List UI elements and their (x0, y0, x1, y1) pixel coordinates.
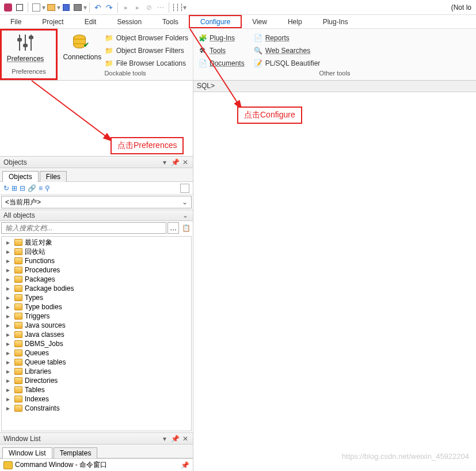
run2-icon[interactable]: ▸ (133, 3, 142, 12)
panel-close-icon[interactable]: ✕ (181, 158, 189, 166)
expand-icon[interactable]: ▸ (6, 257, 12, 265)
tree-node[interactable]: ▸Functions (2, 256, 191, 265)
tree-node[interactable]: ▸Packages (2, 275, 191, 284)
tree-node[interactable]: ▸Type bodies (2, 302, 191, 312)
undo-icon[interactable] (93, 3, 102, 12)
expand-icon[interactable]: ▸ (6, 312, 12, 320)
tools-item[interactable]: 🛠Tools (198, 45, 245, 56)
tab-files[interactable]: Files (40, 171, 67, 182)
redo-icon[interactable] (105, 3, 114, 12)
open-icon[interactable] (47, 3, 56, 12)
object-browser-filters[interactable]: 📁Object Browser Filters (105, 45, 188, 56)
panel-menu-icon[interactable]: ▾ (161, 435, 169, 443)
expand-icon[interactable]: ▸ (6, 331, 12, 339)
expand-icon[interactable]: ▸ (6, 340, 12, 348)
tree-node[interactable]: ▸回收站 (2, 247, 191, 256)
chevron-down-icon[interactable]: ⌄ (181, 211, 189, 219)
run-icon[interactable]: ▸ (121, 3, 131, 12)
expand-icon[interactable]: ⊞ (12, 184, 17, 192)
sort-icon[interactable]: ≡ (39, 184, 43, 192)
plugins-item[interactable]: 🧩Plug-Ins (198, 32, 245, 44)
panel-pin-icon[interactable]: 📌 (171, 158, 179, 166)
menu-edit[interactable]: Edit (74, 15, 107, 28)
tree-node[interactable]: ▸Libraries (2, 367, 191, 376)
window-list-item[interactable]: Command Window - 命令窗口 📌 (0, 458, 193, 471)
expand-icon[interactable]: ▸ (6, 303, 12, 311)
tree-node[interactable]: ▸Procedures (2, 265, 191, 275)
expand-icon[interactable]: ▸ (6, 404, 12, 412)
tree-node[interactable]: ▸Triggers (2, 312, 191, 321)
expand-icon[interactable]: ▸ (6, 395, 12, 403)
object-browser-folders[interactable]: 📁Object Browser Folders (105, 32, 188, 44)
expand-icon[interactable]: ▸ (6, 367, 12, 375)
tab-templates[interactable]: Templates (54, 447, 98, 458)
expand-icon[interactable]: ▸ (6, 266, 12, 274)
refresh-icon[interactable]: ↻ (3, 184, 9, 192)
menu-view[interactable]: View (242, 15, 277, 28)
objects-tabs: Objects Files (0, 168, 193, 182)
tree-node[interactable]: ▸Java sources (2, 321, 191, 330)
link-icon[interactable]: 🔗 (28, 184, 36, 192)
group-other-tools: 🧩Plug-Ins 🛠Tools 📄Documents 📄Reports 🔍We… (193, 29, 476, 80)
expand-icon[interactable]: ▸ (6, 358, 12, 366)
panel-close-icon[interactable]: ✕ (181, 435, 189, 443)
toolbar-square[interactable] (180, 184, 189, 193)
file-browser-locations[interactable]: 📁File Browser Locations (105, 58, 188, 69)
beautifier-item[interactable]: 📝PL/SQL Beautifier (254, 58, 321, 69)
tree-node[interactable]: ▸Queue tables (2, 358, 191, 367)
tree-node[interactable]: ▸Package bodies (2, 284, 191, 293)
tree-node[interactable]: ▸Types (2, 293, 191, 302)
menu-bar: File Project Edit Session Tools Configur… (0, 15, 476, 29)
new-icon[interactable] (32, 3, 41, 12)
expand-icon[interactable]: ▸ (6, 238, 12, 246)
pin-icon[interactable]: 📌 (181, 461, 189, 469)
tree-node[interactable]: ▸Indexes (2, 394, 191, 404)
search-more-button[interactable]: … (167, 222, 179, 234)
tree-node[interactable]: ▸Java classes (2, 330, 191, 339)
conn-status: (Not lo (451, 3, 474, 12)
tab-objects[interactable]: Objects (2, 171, 39, 182)
tab-windowlist[interactable]: Window List (2, 447, 52, 458)
expand-icon[interactable]: ▸ (6, 284, 12, 293)
reports-item[interactable]: 📄Reports (254, 32, 321, 44)
expand-icon[interactable]: ▸ (6, 248, 12, 256)
expand-icon[interactable]: ▸ (6, 377, 12, 385)
tree-node[interactable]: ▸Directories (2, 376, 191, 385)
objects-tree[interactable]: ▸最近对象▸回收站▸Functions▸Procedures▸Packages▸… (1, 236, 192, 431)
menu-file[interactable]: File (0, 15, 32, 28)
panel-pin-icon[interactable]: 📌 (171, 435, 179, 443)
expand-icon[interactable]: ▸ (6, 275, 12, 283)
expand-icon[interactable]: ▸ (6, 349, 12, 357)
tree-node[interactable]: ▸Constraints (2, 404, 191, 413)
db-icon[interactable] (3, 3, 13, 12)
print-icon[interactable] (73, 3, 82, 12)
search-copy-button[interactable]: 📋 (180, 222, 192, 234)
preferences-button[interactable]: Preferences (6, 33, 44, 63)
misc-icon[interactable]: ⋯ (156, 3, 165, 12)
user-combo[interactable]: <当前用户>⌄ (1, 196, 192, 208)
search-input[interactable] (1, 222, 166, 234)
menu-configure[interactable]: Configure (189, 15, 242, 28)
documents-item[interactable]: 📄Documents (198, 58, 245, 69)
save-icon[interactable] (62, 3, 71, 12)
connections-button[interactable]: ✔ Connections (62, 31, 102, 61)
tree-node[interactable]: ▸Tables (2, 385, 191, 394)
tree-node[interactable]: ▸DBMS_Jobs (2, 339, 191, 348)
expand-icon[interactable]: ▸ (6, 386, 12, 394)
tree-node[interactable]: ▸Queues (2, 348, 191, 358)
collapse-icon[interactable]: ⊟ (20, 184, 25, 192)
sliders-icon[interactable]: ┆┆┆ (173, 3, 182, 12)
menu-tools[interactable]: Tools (152, 15, 189, 28)
panel-menu-icon[interactable]: ▾ (161, 158, 169, 166)
blank-icon[interactable] (15, 3, 24, 12)
menu-session[interactable]: Session (106, 15, 152, 28)
web-searches-item[interactable]: 🔍Web Searches (254, 45, 321, 56)
menu-help[interactable]: Help (277, 15, 313, 28)
menu-plugins[interactable]: Plug-Ins (313, 15, 359, 28)
expand-icon[interactable]: ▸ (6, 294, 12, 302)
expand-icon[interactable]: ▸ (6, 321, 12, 329)
filter-icon[interactable]: ⚲ (45, 184, 50, 192)
menu-project[interactable]: Project (32, 15, 74, 28)
stop-icon[interactable]: ⊘ (144, 3, 154, 12)
tree-node[interactable]: ▸最近对象 (2, 238, 191, 247)
